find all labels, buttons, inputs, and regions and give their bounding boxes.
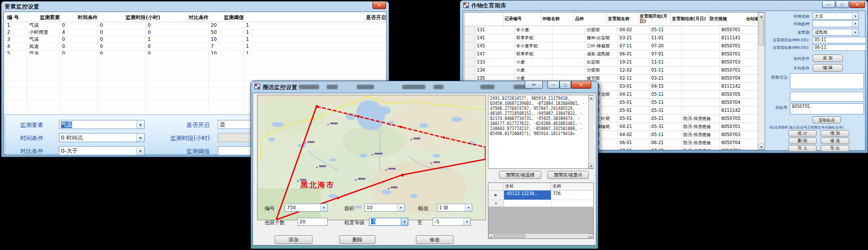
degree-to-combo[interactable]: -5 ▼ bbox=[432, 218, 471, 226]
close-button[interactable]: ✕ bbox=[373, 2, 386, 9]
table-row[interactable]: 134 小麦 分蘖期 12-02 01-11 8050701 bbox=[464, 67, 765, 75]
modify-button[interactable]: 修 改 bbox=[821, 138, 849, 144]
period-combo[interactable]: 成熟期 ▼ bbox=[813, 29, 859, 36]
maximize-button[interactable]: ▢ bbox=[836, 2, 849, 8]
table-row[interactable]: 4 风速 0 0 0 7 1 bbox=[5, 43, 386, 50]
maximize-button[interactable]: ▢ bbox=[560, 81, 571, 89]
column-header[interactable]: 发育期开始(月日) bbox=[639, 13, 671, 26]
scrollbar-thumb[interactable] bbox=[494, 234, 525, 238]
table-row[interactable]: 2 小时雨量 4 0 0 50 1 bbox=[5, 29, 386, 36]
add-button[interactable]: 添加 bbox=[275, 235, 313, 244]
modify-button[interactable]: 修改 bbox=[416, 235, 454, 244]
table-row[interactable]: 141 双季早稻 播种-出苗期 03-21 11-01 8111141 bbox=[464, 34, 765, 42]
chevron-down-icon[interactable]: ▼ bbox=[136, 134, 144, 142]
coord-cell[interactable] bbox=[504, 200, 551, 207]
crop-name-combo[interactable]: 大豆 ▼ bbox=[813, 13, 859, 20]
name-column-header[interactable]: 名称 bbox=[551, 183, 593, 190]
variety-combo[interactable]: ▼ bbox=[813, 20, 859, 27]
row-selector[interactable] bbox=[464, 67, 475, 74]
coordinates-textarea[interactable]: 2491.017203457*, 905914.11179410, 63458.… bbox=[488, 95, 594, 169]
column-header[interactable]: 监测要素 bbox=[37, 13, 75, 22]
add-button[interactable]: 增 加 bbox=[821, 130, 849, 137]
new-row-icon[interactable]: ✳ bbox=[488, 200, 504, 207]
defense-textarea[interactable] bbox=[790, 73, 864, 89]
scroll-right-icon[interactable]: ► bbox=[588, 234, 593, 238]
warning-area-select-button[interactable]: 预警区域选择 bbox=[499, 171, 541, 179]
selector-header[interactable] bbox=[488, 183, 504, 190]
column-header[interactable]: 是否开启 bbox=[363, 13, 386, 22]
warning-area-show-button[interactable]: 预警区域显示 bbox=[547, 171, 589, 179]
close-button[interactable]: ✕ bbox=[849, 2, 865, 8]
element-combo[interactable]: 气温 ▼ bbox=[59, 120, 145, 129]
scroll-up-icon[interactable]: ▲ bbox=[759, 13, 764, 19]
chevron-down-icon[interactable]: ▼ bbox=[136, 120, 144, 129]
column-header[interactable]: 时间条件 bbox=[75, 13, 123, 22]
chevron-down-icon[interactable]: ▼ bbox=[852, 21, 858, 27]
column-header[interactable]: 发育期结束(月日) bbox=[671, 13, 709, 26]
number-combo[interactable]: 750 ▼ bbox=[285, 204, 328, 212]
titlebar[interactable]: 作物生育期库 — ▢ ✕ bbox=[460, 1, 867, 11]
column-header[interactable]: 监测阈值 bbox=[221, 13, 363, 22]
chevron-down-icon[interactable]: ▼ bbox=[397, 204, 404, 211]
row-selector[interactable] bbox=[464, 26, 475, 34]
chevron-down-icon[interactable]: ▼ bbox=[852, 29, 858, 35]
chevron-down-icon[interactable]: ▼ bbox=[465, 204, 472, 211]
row-selector[interactable] bbox=[464, 58, 475, 66]
chevron-down-icon[interactable]: ▼ bbox=[320, 204, 327, 211]
table-row[interactable]: 131 冬小麦 分蘖期 04-02 05-11 8050701 bbox=[464, 26, 765, 34]
compare-combo[interactable]: 0-大于 ▼ bbox=[59, 146, 145, 155]
chevron-down-icon[interactable]: ▼ bbox=[136, 147, 144, 155]
close-button[interactable]: ✕ bbox=[571, 81, 591, 89]
scroll-left-icon[interactable]: ◄ bbox=[488, 234, 493, 238]
column-header[interactable] bbox=[464, 13, 504, 26]
grid-row[interactable]: ▶ -45122.12238... 776 bbox=[488, 191, 593, 200]
table-row[interactable]: 1 气温 0 0 0 20 1 bbox=[5, 22, 386, 29]
row-selector[interactable] bbox=[464, 34, 475, 42]
favorable-edit-button[interactable]: 添 加 bbox=[813, 54, 843, 62]
table-row[interactable]: 145 冬小麦早稻 三叶-移栽期 07-11 07-20 8050701 bbox=[464, 42, 765, 50]
minimize-button[interactable]: — bbox=[822, 2, 835, 8]
level-combo[interactable]: 1 级 ▼ bbox=[437, 204, 472, 212]
resize-button[interactable]: ⇔ bbox=[525, 81, 543, 89]
chevron-down-icon[interactable]: ▼ bbox=[852, 13, 858, 19]
area-combo[interactable]: 10 ▼ bbox=[364, 204, 405, 212]
column-header[interactable]: 发育期名称 bbox=[607, 13, 639, 26]
table-row[interactable]: 3 气温 0 0 1 10 1 bbox=[5, 36, 386, 43]
coord-column-header[interactable]: 坐标 bbox=[504, 183, 551, 190]
time-combo[interactable]: 0 时间点 ▼ bbox=[59, 133, 145, 142]
pick-station-button[interactable]: 选取站点 bbox=[813, 116, 841, 123]
chevron-down-icon[interactable]: ▼ bbox=[463, 218, 470, 225]
minimize-button[interactable]: — bbox=[547, 81, 560, 89]
scroll-down-icon[interactable]: ▼ bbox=[589, 163, 594, 168]
name-cell[interactable] bbox=[551, 200, 593, 207]
export-button[interactable]: 导 出 bbox=[821, 145, 849, 152]
coord-cell[interactable]: -45122.12238... bbox=[504, 191, 551, 200]
delete-button[interactable]: 删 除 bbox=[788, 138, 817, 144]
delete-button[interactable]: 删除 bbox=[339, 235, 376, 244]
row-selector[interactable] bbox=[464, 42, 475, 50]
patch-count-field[interactable]: 20 bbox=[297, 218, 328, 226]
station-field[interactable]: 8050705 bbox=[790, 103, 864, 114]
column-header[interactable]: 编 号 bbox=[5, 13, 37, 22]
column-header[interactable]: 监测时段(小时) bbox=[123, 13, 186, 22]
coords-scrollbar[interactable]: ▲ ▼ bbox=[588, 95, 594, 168]
degree-combo[interactable]: -5 ▼ bbox=[369, 218, 408, 226]
end-date-field[interactable]: 06-11 bbox=[813, 44, 866, 51]
titlebar[interactable]: 要素监控设置 ✕ bbox=[2, 2, 389, 12]
vertical-scrollbar[interactable]: ▲ ▼ bbox=[758, 13, 765, 150]
scroll-up-icon[interactable]: ▲ bbox=[589, 95, 594, 100]
column-header[interactable]: 对比条件 bbox=[186, 13, 221, 22]
statistics-button[interactable]: 统 计 bbox=[788, 130, 817, 137]
current-row-icon[interactable]: ▶ bbox=[488, 191, 504, 200]
column-header[interactable]: 品种 bbox=[574, 13, 607, 26]
horizontal-scrollbar[interactable]: ◄ ► bbox=[488, 233, 593, 238]
chevron-down-icon[interactable]: ▼ bbox=[401, 218, 408, 225]
table-row[interactable]: 133 小麦 出苗期 10-21 11-11 8050703 bbox=[464, 58, 765, 67]
scroll-down-icon[interactable]: ▼ bbox=[759, 144, 764, 150]
column-header[interactable]: 作物名称 bbox=[541, 13, 574, 26]
name-cell[interactable]: 776 bbox=[551, 191, 593, 200]
column-header[interactable]: 防灾措施 bbox=[709, 13, 745, 26]
column-header[interactable]: 记录编号 bbox=[504, 13, 541, 26]
unfavorable-edit-button[interactable]: 编 辑 bbox=[813, 64, 843, 72]
remark-textarea[interactable] bbox=[790, 92, 864, 102]
